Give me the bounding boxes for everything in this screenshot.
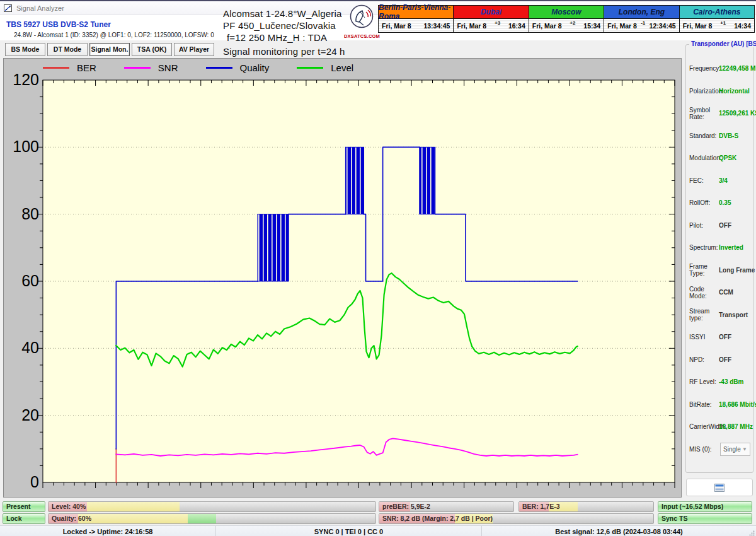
field-value: OFF — [719, 356, 731, 363]
clock-city-label: Dubai — [454, 6, 528, 19]
field-label: ISSYI — [689, 334, 719, 341]
status-best-signal: Best signal: 12,6 dB (2024-03-08 03:44) — [482, 526, 756, 536]
list-icon — [714, 484, 724, 492]
field-value: 16,887 MHz — [719, 423, 753, 430]
legend-swatch — [206, 67, 232, 69]
legend-label: BER — [77, 62, 96, 73]
dxsatcs-logo: DXSATCS.COM — [344, 4, 379, 39]
resize-grip-icon[interactable] — [749, 530, 755, 536]
window-title: Signal Analyzer — [16, 4, 64, 12]
tab-signal-mon-[interactable]: Signal Mon. — [89, 43, 130, 56]
field-value: 0.35 — [719, 199, 731, 206]
field-label: Polarization: — [689, 88, 719, 95]
transponder-row: RollOff:0.35 — [686, 192, 753, 214]
transponder-row: Pilot:OFF — [686, 214, 753, 237]
satellite-dish-icon — [347, 4, 376, 31]
signal-bar-row-1: PresentLevel: 40%preBER: 5,9E-2BER: 1,7E… — [0, 501, 756, 512]
y-axis-label: 40 — [5, 339, 39, 357]
progress-label: Level: 40% — [52, 502, 86, 511]
status-sync-counters: SYNC 0 | TEI 0 | CC 0 — [216, 526, 482, 536]
field-value: Horizontal — [719, 88, 750, 95]
clock-time: Fri, Mar 8+215:34 — [529, 19, 604, 32]
clock-time: Fri, Mar 813:34:45 — [379, 19, 453, 32]
status-badge-sync-ts: Sync TS — [658, 513, 752, 524]
y-axis-label: 100 — [5, 137, 39, 156]
transponder-row: Frame Type:Long Frame — [686, 259, 753, 282]
console-button[interactable] — [686, 479, 753, 496]
field-label: Code Mode: — [689, 286, 719, 300]
annotation-line: Signal monitoring per t=24 h — [223, 44, 345, 57]
legend-swatch — [124, 67, 151, 69]
status-lock-uptime: Locked -> Uptime: 24:16:58 — [0, 526, 216, 536]
field-value: OFF — [719, 222, 731, 229]
legend-swatch — [43, 67, 69, 69]
transponder-row: BitRate:18,686 Mbit/s — [686, 393, 753, 416]
field-label: Symbol Rate: — [689, 107, 719, 120]
signal-bar-row-2: LockQuality: 60%SNR: 8,2 dB (Margin: 2,7… — [0, 513, 756, 524]
y-axis-label: 20 — [5, 406, 39, 424]
field-value: 12509,261 KS/s — [719, 110, 756, 117]
legend-label: Quality — [240, 62, 270, 73]
field-label: Frame Type: — [689, 263, 719, 277]
tab-bs-mode[interactable]: BS Mode — [5, 43, 45, 56]
legend-label: SNR — [158, 62, 178, 73]
clock-berlin-paris-vienna-roma: Berlin-Paris-Vienna-RomaFri, Mar 813:34:… — [378, 5, 454, 33]
mis-label: MIS (0): — [689, 446, 719, 453]
progress-bar: Level: 40% — [48, 501, 376, 512]
chevron-down-icon: ▼ — [742, 446, 747, 452]
progress-bar: preBER: 5,9E-2 — [379, 501, 514, 512]
transponder-row: RF Level:-43 dBm — [686, 371, 753, 393]
transponder-row: Spectrum:Inverted — [686, 236, 753, 259]
field-label: RF Level: — [689, 378, 719, 385]
transponder-title: Transponder (AU) [BS] — [689, 40, 756, 47]
legend-item-snr: SNR — [124, 62, 178, 73]
field-label: Modulation: — [689, 154, 719, 161]
header: TBS 5927 USB DVB-S2 Tuner 24.8W - Alcoms… — [0, 15, 756, 40]
field-value: 3/4 — [719, 177, 728, 184]
signal-plot — [4, 59, 681, 497]
field-label: FEC: — [689, 177, 719, 184]
tab-dt-mode[interactable]: DT Mode — [47, 43, 88, 56]
legend-item-quality: Quality — [206, 62, 270, 73]
progress-bar: Quality: 60% — [48, 513, 376, 524]
mis-dropdown[interactable]: Single▼ — [720, 443, 750, 456]
transponder-row: Modulation:QPSK — [686, 147, 753, 170]
progress-label: BER: 1,7E-3 — [522, 502, 560, 511]
chart-legend: BERSNRQualityLevel — [43, 62, 353, 73]
clock-london-eng: London, EngFri, Mar 8-112:34:45 — [604, 5, 679, 33]
field-label: Stream type: — [689, 308, 719, 322]
field-value: DVB-S — [719, 132, 738, 139]
field-label: RollOff: — [689, 199, 719, 206]
clock-city-label: Cairo-Athens — [680, 6, 754, 19]
progress-bar: SNR: 8,2 dB (Margin: 2,7 dB | Poor) — [379, 513, 654, 524]
progress-label: preBER: 5,9E-2 — [382, 502, 430, 511]
clock-cairo-athens: Cairo-AthensFri, Mar 8+114:34 — [680, 5, 755, 33]
transponder-fields: Frequency:12249,458 MHzPolarization:Hori… — [686, 57, 753, 457]
tab-tsa-ok-[interactable]: TSA (OK) — [132, 43, 172, 56]
clock-city-label: London, Eng — [604, 6, 679, 19]
transponder-row: Stream type:Transport — [686, 304, 753, 327]
status-badge-input-16-52-mbps-: Input (~16,52 Mbps) — [658, 501, 752, 512]
field-label: Standard: — [689, 132, 719, 139]
clock-dubai: DubaiFri, Mar 8+316:34 — [454, 5, 529, 33]
field-value: Transport — [719, 312, 748, 318]
legend-label: Level — [331, 62, 353, 73]
y-axis-label: 60 — [5, 272, 39, 290]
progress-label: SNR: 8,2 dB (Margin: 2,7 dB | Poor) — [382, 514, 493, 523]
app-icon — [4, 4, 13, 13]
transponder-row: Standard:DVB-S — [686, 125, 753, 148]
tab-av-player[interactable]: AV Player — [174, 43, 214, 56]
status-badge-present: Present — [3, 501, 45, 512]
legend-swatch — [297, 67, 323, 69]
mis-row: MIS (0):Single▼ — [686, 442, 753, 457]
field-label: CarrierWidth: — [689, 423, 719, 430]
y-axis-label: 80 — [5, 205, 39, 223]
clock-moscow: MoscowFri, Mar 8+215:34 — [529, 5, 604, 33]
transponder-row: FEC:3/4 — [686, 170, 753, 192]
status-bar: Locked -> Uptime: 24:16:58 SYNC 0 | TEI … — [0, 525, 756, 536]
field-label: Pilot: — [689, 222, 719, 229]
status-badge-lock: Lock — [3, 513, 45, 524]
field-value: Inverted — [719, 244, 743, 251]
transponder-row: Code Mode:CCM — [686, 281, 753, 304]
signal-chart-panel: BERSNRQualityLevel 020406080100120 — [3, 58, 682, 498]
